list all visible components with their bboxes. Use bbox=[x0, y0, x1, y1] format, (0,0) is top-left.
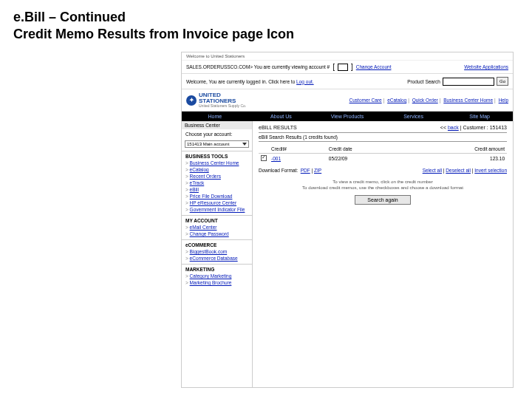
instruction-line1: To view a credit memo, click on the cred… bbox=[259, 179, 507, 185]
results-customer: << back | Customer : 151413 bbox=[440, 125, 507, 130]
sidebar-item[interactable]: Category Marketing bbox=[182, 273, 252, 279]
brand-subtitle: United Stationers Supply Co. bbox=[199, 104, 246, 108]
table-header-row: Credit# Credit date Credit amount bbox=[259, 145, 507, 154]
sidebar-item[interactable]: eBill bbox=[182, 186, 252, 193]
slide-title: e.Bill – Continued Credit Memo Results f… bbox=[0, 0, 532, 45]
sidebar-myaccount-list: eMail Center Change Password bbox=[182, 224, 252, 239]
sidebar-item[interactable]: HP eResource Center bbox=[182, 200, 252, 206]
sidebar-item[interactable]: Change Password bbox=[182, 231, 252, 237]
sidebar-item[interactable]: BiggestBook.com bbox=[182, 248, 252, 255]
invert-selection-link[interactable]: Invert selection bbox=[474, 168, 507, 173]
sidebar-marketing-list: Category Marketing Marketing Brochure bbox=[182, 273, 252, 288]
row-checkbox[interactable] bbox=[261, 155, 267, 161]
slide-title-line2: Credit Memo Results from Invoice page Ic… bbox=[13, 26, 519, 43]
product-search-input[interactable] bbox=[443, 78, 494, 86]
choose-account-label: Choose your account: bbox=[182, 129, 252, 139]
th-amount: Credit amount bbox=[407, 145, 507, 154]
instruction-line2: To download credit memos, use the checkb… bbox=[259, 185, 507, 191]
business-center-home-link-top[interactable]: Business Center Home bbox=[443, 98, 493, 103]
sidebar-item[interactable]: eCommerce Database bbox=[182, 255, 252, 262]
product-search-group: Product Search Go bbox=[407, 77, 508, 86]
search-again-button[interactable]: Search again bbox=[355, 195, 410, 205]
sidebar: Business Center Choose your account: 151… bbox=[182, 121, 253, 387]
instructions: To view a credit memo, click on the cred… bbox=[259, 179, 507, 191]
deselect-all-link[interactable]: Deselect all bbox=[446, 168, 471, 173]
sidebar-item[interactable]: eTrack bbox=[182, 180, 252, 186]
welcome-text: Welcome, You are currently logged in. Cl… bbox=[186, 79, 296, 84]
nav-products[interactable]: View Products bbox=[314, 112, 381, 121]
customer-label: Customer : bbox=[463, 125, 488, 130]
browser-topstrip: Welcome to United Stationers bbox=[182, 52, 513, 61]
logout-link[interactable]: Log out. bbox=[296, 79, 314, 84]
results-table: Credit# Credit date Credit amount -001 0… bbox=[259, 145, 507, 163]
sidebar-marketing-title: MARKETING bbox=[182, 264, 252, 273]
credit-date: 05/22/09 bbox=[327, 154, 407, 164]
sidebar-item[interactable]: Marketing Brochure bbox=[182, 279, 252, 286]
th-date: Credit date bbox=[327, 145, 407, 154]
main-nav: Home About Us View Products Services Sit… bbox=[182, 112, 513, 121]
results-subheader: eBill Search Results (1 credits found) bbox=[259, 132, 507, 142]
customer-care-link[interactable]: Customer Care bbox=[349, 98, 382, 103]
bracket-right-icon: ] bbox=[351, 63, 353, 71]
account-select-value: 151413 Main account bbox=[187, 142, 229, 146]
credit-amount: 123.10 bbox=[407, 154, 507, 164]
download-row: Download Format: PDF | ZIP Select all | … bbox=[259, 168, 507, 173]
nav-home[interactable]: Home bbox=[182, 112, 248, 121]
nav-sitemap[interactable]: Site Map bbox=[446, 112, 513, 121]
app-frame: Welcome to United Stationers SALES.ORDER… bbox=[181, 52, 514, 388]
th-credit: Credit# bbox=[269, 145, 327, 154]
table-row: -001 05/22/09 123.10 bbox=[259, 154, 507, 164]
quick-order-link[interactable]: Quick Order bbox=[412, 98, 438, 103]
sidebar-ecommerce-title: eCOMMERCE bbox=[182, 239, 252, 248]
account-number-input[interactable] bbox=[338, 64, 348, 71]
chevron-down-icon bbox=[242, 143, 247, 146]
address-text: SALES.ORDERUSSCO.COM> You are currently … bbox=[186, 64, 330, 69]
sidebar-item[interactable]: eCatalog bbox=[182, 166, 252, 173]
sidebar-myaccount-title: MY ACCOUNT bbox=[182, 215, 252, 224]
download-format-label: Download Format: bbox=[259, 168, 298, 173]
slide-title-line1: e.Bill – Continued bbox=[13, 9, 519, 26]
welcome-row: Welcome, You are currently logged in. Cl… bbox=[182, 74, 513, 89]
website-applications-link[interactable]: Website Applications bbox=[464, 64, 508, 69]
account-select[interactable]: 151413 Main account bbox=[185, 140, 249, 148]
download-zip-link[interactable]: ZIP bbox=[314, 168, 321, 173]
download-pdf-link[interactable]: PDF bbox=[301, 168, 310, 173]
sidebar-item[interactable]: eMail Center bbox=[182, 224, 252, 231]
change-account-link[interactable]: Change Account bbox=[356, 64, 392, 69]
results-header: eBILL RESULTS << back | Customer : 15141… bbox=[259, 125, 507, 130]
sidebar-ecommerce-list: BiggestBook.com eCommerce Database bbox=[182, 248, 252, 264]
top-links: Customer Care| eCatalog| Quick Order| Bu… bbox=[349, 98, 508, 103]
sidebar-tools-title: BUSINESS TOOLS bbox=[182, 151, 252, 160]
bracket-left-icon: [ bbox=[332, 63, 335, 71]
customer-id: 151413 bbox=[490, 125, 507, 130]
brand-row: ✦ UNITED STATIONERS United Stationers Su… bbox=[182, 89, 513, 112]
sidebar-tools-list: Business Center Home eCatalog Recent Ord… bbox=[182, 160, 252, 215]
nav-about[interactable]: About Us bbox=[248, 112, 315, 121]
brand-mark-icon: ✦ bbox=[186, 95, 197, 106]
brand-logo: ✦ UNITED STATIONERS United Stationers Su… bbox=[186, 92, 246, 108]
back-link[interactable]: back bbox=[448, 125, 459, 130]
content-body: Business Center Choose your account: 151… bbox=[182, 121, 513, 387]
ecatalog-link-top[interactable]: eCatalog bbox=[387, 98, 406, 103]
nav-services[interactable]: Services bbox=[381, 112, 447, 121]
address-bar: SALES.ORDERUSSCO.COM> You are currently … bbox=[182, 61, 513, 74]
sidebar-item[interactable]: Government Indicator File bbox=[182, 206, 252, 213]
select-all-link[interactable]: Select all bbox=[423, 168, 442, 173]
go-button[interactable]: Go bbox=[497, 77, 508, 86]
credit-number-link[interactable]: -001 bbox=[271, 156, 281, 161]
welcome-message: Welcome, You are currently logged in. Cl… bbox=[186, 79, 314, 84]
help-link[interactable]: Help bbox=[499, 98, 508, 103]
sidebar-item[interactable]: Recent Orders bbox=[182, 173, 252, 180]
results-title: eBILL RESULTS bbox=[259, 125, 297, 130]
sidebar-item[interactable]: Price File Download bbox=[182, 193, 252, 200]
main-panel: eBILL RESULTS << back | Customer : 15141… bbox=[253, 121, 513, 387]
sidebar-header: Business Center bbox=[182, 121, 252, 129]
sidebar-item[interactable]: Business Center Home bbox=[182, 160, 252, 166]
product-search-label: Product Search bbox=[407, 79, 440, 84]
